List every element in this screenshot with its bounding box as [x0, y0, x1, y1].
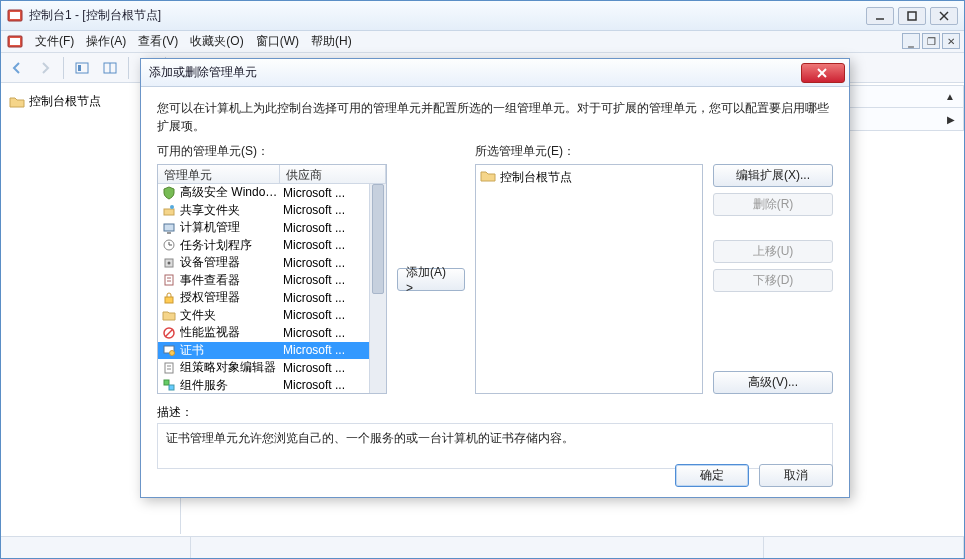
close-button[interactable]: [930, 7, 958, 25]
lock-icon: [161, 290, 177, 306]
edit-extensions-button[interactable]: 编辑扩展(X)...: [713, 164, 833, 187]
menu-window[interactable]: 窗口(W): [256, 33, 299, 50]
dialog-close-button[interactable]: [801, 63, 845, 83]
mdi-minimize[interactable]: ‗: [902, 33, 920, 49]
snapin-name: 证书: [180, 342, 283, 359]
dialog-title: 添加或删除管理单元: [149, 64, 801, 81]
comp-icon: [161, 377, 177, 393]
cert-icon: [161, 342, 177, 358]
scrollbar-thumb[interactable]: [372, 184, 384, 294]
selected-list[interactable]: 控制台根节点: [475, 164, 703, 394]
menubar: 文件(F) 操作(A) 查看(V) 收藏夹(O) 窗口(W) 帮助(H) ‗ ❐…: [1, 31, 964, 53]
maximize-button[interactable]: [898, 7, 926, 25]
snapin-row[interactable]: 组件服务Microsoft ...: [158, 377, 386, 395]
collapse-icon: ▲: [945, 91, 955, 102]
dialog-titlebar[interactable]: 添加或删除管理单元: [141, 59, 849, 87]
clock-icon: [161, 237, 177, 253]
device-icon: [161, 255, 177, 271]
tb-forward[interactable]: [33, 56, 57, 80]
svg-rect-26: [165, 275, 173, 285]
snapin-name: 高级安全 Window...: [180, 184, 283, 201]
svg-line-31: [165, 329, 173, 337]
snapin-name: 任务计划程序: [180, 237, 283, 254]
add-button[interactable]: 添加(A) >: [397, 268, 465, 291]
snapin-row[interactable]: 组策略对象编辑器Microsoft ...: [158, 359, 386, 377]
expand-icon: ▶: [947, 114, 955, 125]
available-rows: 高级安全 Window...Microsoft ...共享文件夹Microsof…: [158, 184, 386, 394]
selected-root-label: 控制台根节点: [500, 169, 572, 186]
snapin-name: 共享文件夹: [180, 202, 283, 219]
advanced-button[interactable]: 高级(V)...: [713, 371, 833, 394]
snapin-name: 授权管理器: [180, 289, 283, 306]
tb-show[interactable]: [98, 56, 122, 80]
snapin-name: 设备管理器: [180, 254, 283, 271]
svg-rect-19: [164, 224, 174, 231]
snapin-name: 事件查看器: [180, 272, 283, 289]
svg-rect-1: [10, 12, 20, 19]
right-buttons: 编辑扩展(X)... 删除(R) 上移(U) 下移(D) 高级(V)...: [713, 164, 833, 394]
snapin-row[interactable]: 事件查看器Microsoft ...: [158, 272, 386, 290]
selected-root-item[interactable]: 控制台根节点: [478, 167, 700, 188]
snapin-name: 性能监视器: [180, 324, 283, 341]
gpo-icon: [161, 360, 177, 376]
ok-button[interactable]: 确定: [675, 464, 749, 487]
dialog-intro: 您可以在计算机上为此控制台选择可用的管理单元并配置所选的一组管理单元。对于可扩展…: [157, 99, 833, 135]
mdi-close[interactable]: ✕: [942, 33, 960, 49]
menu-file[interactable]: 文件(F): [35, 33, 74, 50]
snapin-row[interactable]: 性能监视器Microsoft ...: [158, 324, 386, 342]
movedown-button: 下移(D): [713, 269, 833, 292]
folder-icon: [9, 94, 25, 110]
toolbar-sep: [63, 57, 64, 79]
snapin-row[interactable]: 高级安全 Window...Microsoft ...: [158, 184, 386, 202]
available-scrollbar[interactable]: [369, 184, 386, 393]
available-label: 可用的管理单元(S)：: [157, 143, 387, 160]
snapin-row[interactable]: 文件夹Microsoft ...: [158, 307, 386, 325]
snapin-row[interactable]: 授权管理器Microsoft ...: [158, 289, 386, 307]
tree-root-label: 控制台根节点: [29, 93, 101, 110]
snapin-dialog: 添加或删除管理单元 您可以在计算机上为此控制台选择可用的管理单元并配置所选的一组…: [140, 58, 850, 498]
col-snapin[interactable]: 管理单元: [158, 165, 280, 183]
svg-rect-9: [78, 65, 81, 71]
shield-icon: [161, 185, 177, 201]
statusbar: [1, 536, 964, 558]
selected-label: 所选管理单元(E)：: [475, 143, 703, 160]
svg-point-18: [170, 205, 174, 209]
menu-help[interactable]: 帮助(H): [311, 33, 352, 50]
menu-favorites[interactable]: 收藏夹(O): [190, 33, 243, 50]
svg-rect-38: [169, 385, 174, 390]
snapin-row[interactable]: 证书Microsoft ...: [158, 342, 386, 360]
main-titlebar[interactable]: 控制台1 - [控制台根节点]: [1, 1, 964, 31]
perf-icon: [161, 325, 177, 341]
description-box: 描述： 证书管理单元允许您浏览自己的、一个服务的或一台计算机的证书存储内容。: [157, 404, 833, 469]
tb-back[interactable]: [5, 56, 29, 80]
menu-action[interactable]: 操作(A): [86, 33, 126, 50]
dialog-body: 您可以在计算机上为此控制台选择可用的管理单元并配置所选的一组管理单元。对于可扩展…: [141, 87, 849, 497]
snapin-name: 组件服务: [180, 377, 283, 394]
snapin-row[interactable]: 共享文件夹Microsoft ...: [158, 202, 386, 220]
svg-rect-20: [167, 232, 171, 234]
col-vendor[interactable]: 供应商: [280, 165, 386, 183]
cancel-button[interactable]: 取消: [759, 464, 833, 487]
menu-view[interactable]: 查看(V): [138, 33, 178, 50]
available-list[interactable]: 管理单元 供应商 高级安全 Window...Microsoft ...共享文件…: [157, 164, 387, 394]
folder-icon: [480, 168, 496, 187]
description-label: 描述：: [157, 404, 833, 421]
svg-rect-8: [76, 63, 88, 73]
snapin-row[interactable]: 任务计划程序Microsoft ...: [158, 237, 386, 255]
folder-icon: [161, 307, 177, 323]
tb-up[interactable]: [70, 56, 94, 80]
share-icon: [161, 202, 177, 218]
toolbar-sep2: [128, 57, 129, 79]
svg-rect-29: [165, 297, 173, 303]
snapin-row[interactable]: 设备管理器Microsoft ...: [158, 254, 386, 272]
dialog-columns: 管理单元 供应商 高级安全 Window...Microsoft ...共享文件…: [157, 164, 833, 394]
mdi-restore[interactable]: ❐: [922, 33, 940, 49]
svg-rect-34: [165, 363, 173, 373]
statusbar-3: [764, 537, 964, 558]
available-header: 管理单元 供应商: [158, 165, 386, 184]
svg-rect-3: [908, 12, 916, 20]
minimize-button[interactable]: [866, 7, 894, 25]
snapin-row[interactable]: 计算机管理Microsoft ...: [158, 219, 386, 237]
svg-rect-7: [10, 38, 20, 45]
selected-wrap: 控制台根节点 编辑扩展(X)... 删除(R) 上移(U) 下移(D) 高级(V…: [475, 164, 833, 394]
